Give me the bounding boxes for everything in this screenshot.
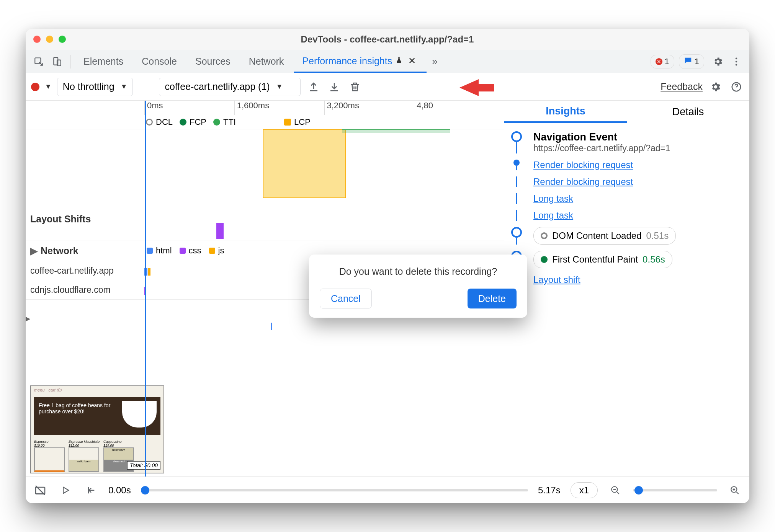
marker-legend: DCL FCP TTI LCP <box>26 115 504 129</box>
playhead[interactable] <box>145 101 146 477</box>
lane-label-layout-shifts: Layout Shifts <box>26 198 144 240</box>
recording-name: coffee-cart.netlify.app (1) <box>165 81 270 92</box>
playback-end-time: 5.17s <box>538 485 561 496</box>
close-window-button[interactable] <box>33 36 41 43</box>
device-toolbar-icon[interactable] <box>49 53 65 70</box>
tab-elements[interactable]: Elements <box>75 50 132 73</box>
tab-console-label: Console <box>142 56 177 67</box>
tab-sources-label: Sources <box>195 56 231 67</box>
insight-long-task[interactable]: Long task <box>533 193 573 204</box>
dialog-message: Do you want to delete this recording? <box>320 266 517 277</box>
svg-point-3 <box>736 57 737 59</box>
record-menu-icon[interactable]: ▼ <box>45 83 52 91</box>
ruler-tick: 0ms <box>144 101 234 115</box>
maximize-window-button[interactable] <box>59 36 66 43</box>
errors-badge[interactable]: ✕ 1 <box>651 55 674 69</box>
throttle-value: No throttling <box>63 81 114 92</box>
zoom-in-icon[interactable] <box>727 483 742 498</box>
net-type-css[interactable]: css <box>180 246 201 256</box>
zoom-slider[interactable] <box>633 489 717 491</box>
insight-render-blocking[interactable]: Render blocking request <box>533 176 633 187</box>
cancel-button[interactable]: Cancel <box>320 289 372 308</box>
feedback-link[interactable]: Feedback <box>661 81 703 92</box>
speed-pill[interactable]: x1 <box>571 482 598 498</box>
play-icon[interactable] <box>58 483 73 498</box>
chevron-down-icon: ▼ <box>121 83 128 91</box>
svg-point-5 <box>736 64 737 65</box>
flask-icon <box>395 56 403 66</box>
insight-fcp-chip[interactable]: First Contentful Paint 0.56s <box>533 251 672 268</box>
net-type-js[interactable]: js <box>209 246 224 256</box>
delete-button[interactable]: Delete <box>468 289 517 308</box>
messages-badge[interactable]: 1 <box>679 54 704 69</box>
export-icon[interactable] <box>306 79 321 95</box>
ruler-tick: 4,80 <box>414 101 504 115</box>
lane-label-network: Network <box>41 245 78 256</box>
marker-fcp[interactable]: FCP <box>180 117 206 127</box>
tab-elements-label: Elements <box>83 56 123 67</box>
insight-long-task[interactable]: Long task <box>533 210 573 221</box>
delete-icon[interactable] <box>347 79 363 95</box>
insight-layout-shift[interactable]: Layout shift <box>533 274 580 285</box>
toggle-screenshots-icon[interactable] <box>33 483 48 498</box>
tab-network-label: Network <box>249 56 284 67</box>
recording-dropdown[interactable]: coffee-cart.netlify.app (1) ▼ <box>159 78 301 96</box>
panel-settings-icon[interactable] <box>708 79 723 95</box>
insight-dcl-chip[interactable]: DOM Content Loaded 0.51s <box>533 227 676 245</box>
pointer-arrow-icon <box>458 75 496 100</box>
ruler-tick: 1,600ms <box>234 101 324 115</box>
thumb-nav-menu: menu <box>34 388 45 392</box>
tab-insights[interactable]: Insights <box>504 101 627 123</box>
error-count: 1 <box>665 57 669 67</box>
window-title: DevTools - coffee-cart.netlify.app/?ad=1 <box>75 34 700 45</box>
tab-perf-label: Performance insights <box>302 55 392 67</box>
svg-point-4 <box>736 60 737 62</box>
inspect-element-icon[interactable] <box>30 53 47 70</box>
thumb-nav-cart: cart (0) <box>49 388 62 392</box>
host-label: cdnjs.cloudflare.com <box>26 285 144 295</box>
traffic-lights <box>33 36 66 43</box>
marker-lcp[interactable]: LCP <box>284 117 311 127</box>
import-icon[interactable] <box>327 79 342 95</box>
tab-performance-insights[interactable]: Performance insights ✕ <box>294 50 427 73</box>
net-type-html[interactable]: html <box>147 246 172 256</box>
devtools-window: DevTools - coffee-cart.netlify.app/?ad=1… <box>26 29 749 503</box>
throttle-dropdown[interactable]: No throttling ▼ <box>57 78 133 96</box>
settings-icon[interactable] <box>710 53 726 70</box>
tab-network[interactable]: Network <box>240 50 293 73</box>
delete-confirm-dialog: Do you want to delete this recording? Ca… <box>309 255 527 318</box>
insight-nav-title: Navigation Event <box>533 131 670 143</box>
green-dot-icon <box>541 256 548 263</box>
titlebar: DevTools - coffee-cart.netlify.app/?ad=1 <box>26 29 749 50</box>
thumb-promo: Free 1 bag of coffee beans for purchase … <box>34 397 160 435</box>
devtools-tabs: Elements Console Sources Network Perform… <box>26 50 749 73</box>
filmstrip-frame[interactable]: menu cart (0) Free 1 bag of coffee beans… <box>30 385 164 473</box>
more-tabs-icon[interactable]: » <box>428 55 441 67</box>
insight-render-blocking[interactable]: Render blocking request <box>533 160 633 170</box>
error-icon: ✕ <box>656 58 662 65</box>
message-icon <box>684 56 692 67</box>
skip-start-icon[interactable] <box>83 483 98 498</box>
playback-bar: 0.00s 5.17s x1 <box>26 477 749 503</box>
marker-tti[interactable]: TTI <box>213 117 236 127</box>
right-tabs: Insights Details <box>504 101 749 123</box>
tab-sources[interactable]: Sources <box>187 50 239 73</box>
help-icon[interactable] <box>729 79 744 95</box>
insights-list[interactable]: Navigation Event https://coffee-cart.net… <box>504 123 749 477</box>
marker-dcl[interactable]: DCL <box>146 117 173 127</box>
playback-slider[interactable] <box>141 489 528 491</box>
kebab-menu-icon[interactable] <box>728 53 745 70</box>
insight-nav-url: https://coffee-cart.netlify.app/?ad=1 <box>533 143 670 153</box>
ruler-tick: 3,200ms <box>324 101 414 115</box>
minimize-window-button[interactable] <box>46 36 53 43</box>
close-tab-icon[interactable]: ✕ <box>406 55 418 66</box>
time-ruler: 0ms 1,600ms 3,200ms 4,80 <box>26 101 504 115</box>
zoom-out-icon[interactable] <box>608 483 623 498</box>
main-lane <box>26 129 504 198</box>
tab-console[interactable]: Console <box>133 50 185 73</box>
host-label: coffee-cart.netlify.app <box>26 266 144 276</box>
insights-pane: Insights Details Navigation Event https:… <box>504 101 749 477</box>
record-button[interactable] <box>31 83 39 91</box>
message-count: 1 <box>695 57 699 67</box>
tab-details[interactable]: Details <box>627 101 749 123</box>
